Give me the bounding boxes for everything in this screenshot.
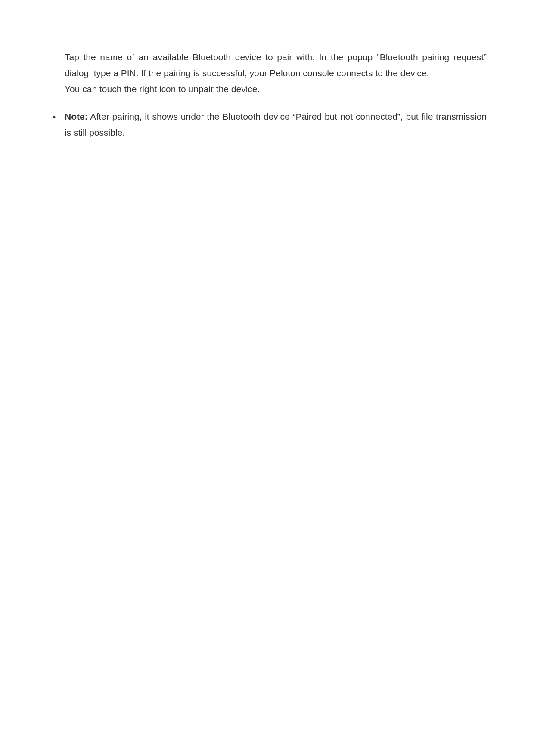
paragraph-unpair-instructions: You can touch the right icon to unpair t… bbox=[65, 81, 487, 97]
paragraph-pairing-instructions: Tap the name of an available Bluetooth d… bbox=[65, 50, 487, 81]
bullet-marker: • bbox=[47, 109, 65, 125]
note-body: After pairing, it shows under the Blueto… bbox=[65, 112, 487, 137]
bullet-list-item: • Note: After pairing, it shows under th… bbox=[47, 109, 487, 141]
bullet-text-content: Note: After pairing, it shows under the … bbox=[65, 109, 487, 141]
indented-content-block: Tap the name of an available Bluetooth d… bbox=[65, 50, 487, 97]
note-label: Note: bbox=[65, 112, 88, 121]
